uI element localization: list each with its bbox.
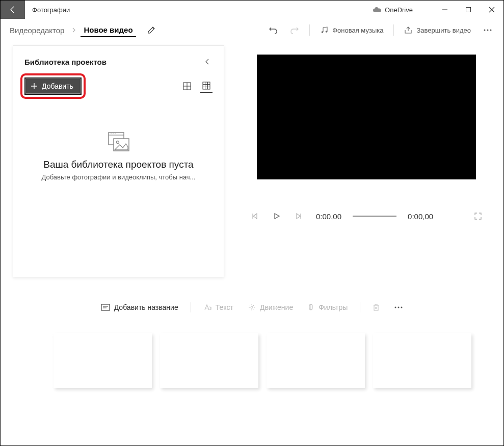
- storyboard-strip: [1, 320, 503, 388]
- main-area: Библиотека проектов Добавить: [1, 41, 503, 290]
- finish-video-button[interactable]: Завершить видео: [399, 23, 476, 37]
- project-library-panel: Библиотека проектов Добавить: [13, 45, 224, 277]
- svg-point-4: [484, 30, 486, 31]
- motion-label: Движение: [260, 303, 293, 311]
- add-media-button[interactable]: Добавить: [24, 77, 82, 95]
- back-button[interactable]: [1, 1, 25, 19]
- empty-title: Ваша библиотека проектов пуста: [24, 159, 213, 170]
- filters-label: Фильтры: [319, 303, 348, 311]
- collapse-panel-button[interactable]: [202, 56, 213, 67]
- total-time: 0:00,00: [408, 212, 433, 221]
- close-button[interactable]: [480, 1, 503, 19]
- top-toolbar: Видеоредактор Новое видео Фоновая музыка…: [1, 19, 503, 41]
- undo-button[interactable]: [263, 23, 283, 37]
- maximize-button[interactable]: [457, 1, 480, 19]
- fullscreen-button[interactable]: [472, 210, 484, 222]
- more-options-button[interactable]: [478, 26, 497, 34]
- empty-library-icon: [24, 132, 213, 152]
- redo-button[interactable]: [285, 23, 304, 37]
- storyboard-toolbar: Добавить название Текст Движение Фильтры: [1, 295, 503, 320]
- onedrive-label: OneDrive: [385, 6, 413, 14]
- player-controls: 0:00,00 0:00,00: [245, 210, 488, 222]
- svg-rect-10: [203, 82, 210, 89]
- svg-rect-22: [101, 304, 110, 310]
- storyboard-slot[interactable]: [54, 333, 152, 388]
- music-icon: [320, 26, 328, 34]
- progress-bar[interactable]: [353, 216, 396, 217]
- chevron-right-icon: [69, 28, 78, 33]
- next-frame-button[interactable]: [294, 211, 305, 222]
- library-title: Библиотека проектов: [24, 58, 107, 66]
- svg-rect-1: [466, 8, 471, 12]
- svg-point-27: [398, 307, 400, 308]
- bg-music-label: Фоновая музыка: [332, 27, 383, 34]
- filters-icon: [307, 303, 314, 311]
- svg-point-3: [326, 31, 328, 33]
- svg-point-2: [322, 31, 324, 33]
- finish-label: Завершить видео: [416, 27, 471, 34]
- app-title: Фотографии: [32, 6, 70, 14]
- add-label: Добавить: [42, 82, 73, 90]
- prev-frame-button[interactable]: [249, 211, 260, 222]
- delete-button[interactable]: [366, 300, 386, 314]
- current-time: 0:00,00: [316, 212, 341, 221]
- preview-pane: 0:00,00 0:00,00: [224, 41, 503, 290]
- separator: [393, 24, 394, 36]
- view-small-grid-button[interactable]: [200, 80, 213, 93]
- svg-point-6: [490, 30, 492, 31]
- onedrive-button[interactable]: OneDrive: [373, 6, 413, 14]
- storyboard-slot[interactable]: [373, 333, 471, 388]
- title-card-icon: [101, 304, 110, 311]
- empty-subtitle: Добавьте фотографии и видеоклипы, чтобы …: [24, 173, 213, 181]
- view-large-grid-button[interactable]: [181, 80, 193, 92]
- svg-point-19: [115, 134, 116, 135]
- window-titlebar: Фотографии OneDrive: [1, 1, 503, 19]
- storyboard-slot[interactable]: [160, 333, 258, 388]
- breadcrumb-current[interactable]: Новое видео: [81, 23, 136, 37]
- text-icon: [203, 304, 211, 311]
- svg-point-25: [251, 306, 253, 308]
- svg-point-28: [401, 307, 403, 308]
- motion-icon: [248, 303, 256, 311]
- motion-button[interactable]: Движение: [242, 300, 299, 314]
- empty-library-state: Ваша библиотека проектов пуста Добавьте …: [24, 132, 213, 181]
- svg-point-18: [113, 134, 114, 135]
- svg-point-5: [487, 30, 489, 31]
- background-music-button[interactable]: Фоновая музыка: [315, 23, 388, 37]
- minimize-button[interactable]: [433, 1, 457, 19]
- add-title-label: Добавить название: [114, 303, 178, 311]
- plus-icon: [31, 83, 38, 90]
- add-title-card-button[interactable]: Добавить название: [95, 300, 184, 314]
- export-icon: [404, 26, 412, 34]
- filters-button[interactable]: Фильтры: [301, 300, 354, 314]
- separator: [191, 302, 191, 312]
- text-label: Текст: [216, 303, 233, 311]
- storyboard-more-button[interactable]: [388, 303, 409, 311]
- breadcrumb-root[interactable]: Видеоредактор: [7, 24, 67, 37]
- svg-point-26: [395, 307, 396, 308]
- text-button[interactable]: Текст: [197, 300, 240, 314]
- cloud-icon: [373, 7, 382, 13]
- edit-title-button[interactable]: [144, 23, 158, 37]
- play-button[interactable]: [271, 211, 282, 222]
- storyboard-slot[interactable]: [267, 333, 365, 388]
- separator: [360, 302, 360, 312]
- video-preview-canvas[interactable]: [257, 55, 476, 179]
- separator: [309, 24, 310, 36]
- svg-point-17: [111, 134, 112, 135]
